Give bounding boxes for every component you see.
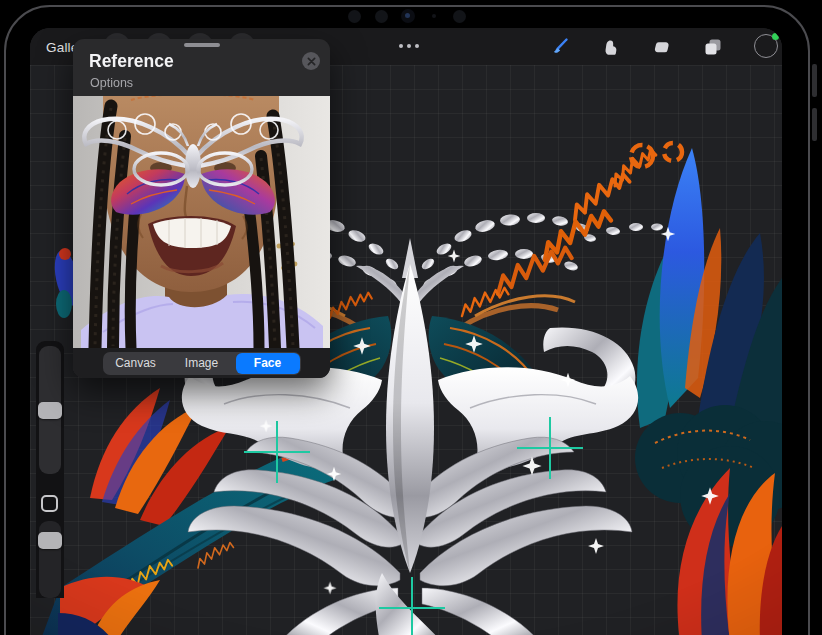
- reference-tab-bar: Canvas Image Face: [73, 348, 330, 378]
- face-tracking-crosshair: [244, 421, 310, 483]
- mic-dot-icon: [432, 14, 436, 18]
- smudge-button[interactable]: [598, 35, 622, 59]
- brush-size-slider-handle[interactable]: [38, 402, 62, 419]
- layers-button[interactable]: [701, 35, 725, 59]
- reference-mode-segmented-control: Canvas Image Face: [103, 352, 301, 375]
- brush-opacity-slider-handle[interactable]: [38, 532, 62, 549]
- front-camera-cluster: [340, 9, 480, 23]
- face-tracking-crosshair: [379, 577, 445, 635]
- reference-photo-face: [73, 96, 330, 348]
- sensor-icon: [453, 10, 466, 23]
- screen: Gallery S: [30, 28, 782, 635]
- tab-face[interactable]: Face: [236, 353, 300, 374]
- paint-brush-button[interactable]: [548, 35, 572, 59]
- sensor-icon: [348, 10, 361, 23]
- brush-sidebar: [36, 341, 64, 598]
- reference-panel: Reference Options: [73, 39, 330, 378]
- multitasking-menu-icon[interactable]: [395, 41, 423, 51]
- modify-button[interactable]: [41, 495, 58, 512]
- sensor-icon: [375, 10, 388, 23]
- reference-photo[interactable]: [73, 96, 330, 348]
- smudge-finger-icon: [601, 38, 620, 57]
- panel-drag-handle[interactable]: [184, 43, 220, 47]
- face-tracking-crosshair: [517, 417, 583, 479]
- panel-title: Reference: [89, 51, 174, 72]
- panel-options-link[interactable]: Options: [90, 76, 133, 90]
- tab-canvas[interactable]: Canvas: [104, 353, 168, 374]
- eraser-button[interactable]: [649, 35, 673, 59]
- eraser-icon: [652, 38, 671, 57]
- color-swatch-button[interactable]: [754, 34, 778, 58]
- camera-lens-icon: [401, 9, 415, 23]
- close-icon: [307, 57, 316, 66]
- layers-icon: [703, 37, 723, 57]
- tab-image[interactable]: Image: [170, 353, 234, 374]
- volume-button: [812, 64, 817, 97]
- volume-button: [812, 108, 817, 141]
- close-button[interactable]: [302, 52, 320, 70]
- color-ring-icon: [754, 34, 778, 58]
- paint-brush-icon: [550, 37, 570, 57]
